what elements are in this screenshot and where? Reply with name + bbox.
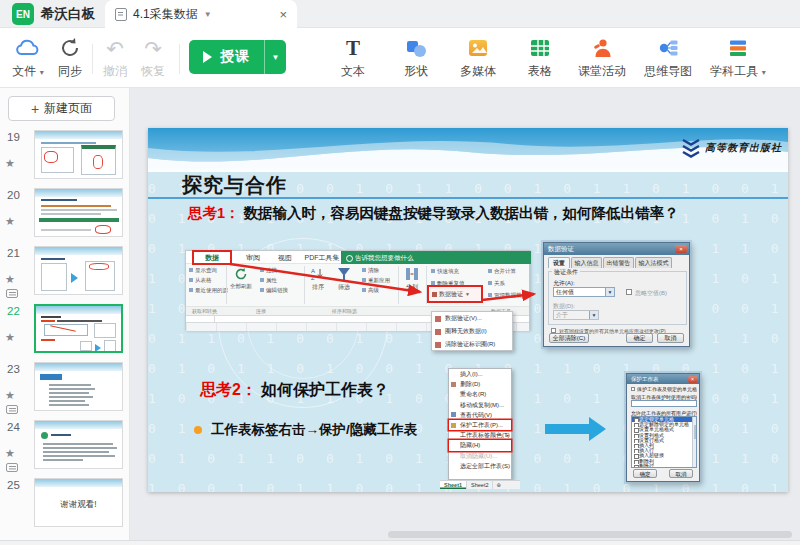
ribbon-tab-row: 数据 审阅 视图 PDF工具集 告诉我您想要做什么 bbox=[186, 251, 529, 264]
ribbon-tab-pdf: PDF工具集 bbox=[300, 252, 344, 263]
teach-button[interactable]: 授课 ▼ bbox=[189, 40, 286, 74]
slide-thumbnail-24[interactable] bbox=[34, 420, 123, 469]
chevron-down-icon: ▼ bbox=[272, 53, 280, 62]
ribbon-tab-data: 数据 bbox=[194, 252, 230, 263]
close-icon[interactable]: × bbox=[279, 8, 287, 21]
ctx-move-copy: 移动或复制(M)... bbox=[449, 400, 511, 410]
protect-check-label: 保护工作表及锁定的单元格内容(C) bbox=[637, 386, 697, 392]
document-tab-title: 4.1采集数据 bbox=[133, 6, 198, 23]
ctx-hide: 隐藏(H) bbox=[449, 440, 511, 450]
star-icon[interactable]: ★ bbox=[5, 447, 15, 460]
thumb-decor bbox=[80, 341, 92, 351]
ribbon-item: 显示查询 bbox=[189, 267, 217, 274]
thumb-decor bbox=[41, 432, 48, 439]
text-tool-label: 文本 bbox=[325, 63, 381, 80]
slide-22-canvas[interactable]: 高等教育出版社 0 1 1 0 1 0 0 1 0 1 1 0 0 1 0 1 … bbox=[148, 128, 788, 492]
plus-icon: + bbox=[31, 101, 39, 117]
page-number: 20 bbox=[7, 189, 20, 201]
note-icon[interactable] bbox=[6, 289, 18, 298]
thumb-decor bbox=[89, 263, 109, 270]
dv-tab-ime: 输入法模式 bbox=[635, 257, 672, 268]
document-icon bbox=[115, 8, 127, 21]
redo-button[interactable]: ↷ 恢复 bbox=[125, 35, 181, 80]
shape-tool-label: 形状 bbox=[388, 63, 444, 80]
thumb-decor bbox=[94, 323, 116, 338]
page-number: 24 bbox=[7, 421, 20, 433]
clear-all-button: 全部清除(C) bbox=[549, 333, 589, 343]
editing-canvas[interactable]: 高等教育出版社 0 1 1 0 1 0 0 1 0 1 1 0 0 1 0 1 … bbox=[130, 88, 800, 541]
thumb-decor bbox=[41, 142, 96, 144]
table-tool-label: 表格 bbox=[512, 63, 568, 80]
ctx-tab-color: 工作表标签颜色(T)▸ bbox=[449, 430, 511, 440]
ribbon-divider bbox=[304, 266, 305, 304]
publisher-logo: 高等教育出版社 bbox=[681, 136, 782, 160]
refresh-icon bbox=[234, 267, 248, 281]
page-row-24: 24 ★ bbox=[0, 420, 130, 478]
thumb-decor bbox=[49, 392, 89, 394]
slide-thumbnail-19[interactable] bbox=[34, 130, 123, 179]
star-icon[interactable]: ★ bbox=[5, 331, 15, 344]
teach-label: 授课 bbox=[220, 48, 250, 66]
page-number: 25 bbox=[7, 479, 20, 491]
chevron-down-icon: ▼ bbox=[465, 291, 470, 297]
slide-thumbnail-25[interactable]: 谢谢观看! bbox=[34, 478, 123, 527]
thumb-decor bbox=[41, 316, 61, 318]
new-page-button[interactable]: + 新建页面 bbox=[8, 96, 115, 121]
note-icon[interactable] bbox=[6, 405, 18, 414]
app-name: 希沃白板 bbox=[41, 5, 95, 23]
chevron-down-icon[interactable]: ▼ bbox=[204, 10, 212, 19]
redo-icon: ↷ bbox=[144, 38, 162, 59]
new-page-label: 新建页面 bbox=[44, 100, 92, 117]
star-icon[interactable]: ★ bbox=[5, 273, 15, 286]
publisher-mark-icon bbox=[681, 136, 701, 160]
subject-tools-button[interactable]: 学科工具 ▾ bbox=[706, 35, 770, 80]
thumb-decor bbox=[41, 199, 77, 201]
mindmap-tool-button[interactable]: 思维导图 bbox=[640, 35, 696, 80]
question-2-text: 如何保护工作表？ bbox=[261, 381, 389, 398]
thumb-decor bbox=[95, 225, 111, 234]
thumb-decor bbox=[41, 205, 111, 207]
pages-sidebar: + 新建页面 19 ★ 20 ★ 21 ★ bbox=[0, 88, 130, 541]
ctx-delete: 删除(D) bbox=[449, 379, 511, 389]
slide-thumbnail-23[interactable] bbox=[34, 362, 123, 411]
teach-dropdown-button[interactable]: ▼ bbox=[264, 40, 286, 74]
slide-thumbnail-20[interactable] bbox=[34, 188, 123, 237]
title-underline bbox=[148, 197, 788, 199]
thumb-decor bbox=[43, 451, 109, 453]
star-icon[interactable]: ★ bbox=[5, 157, 15, 170]
validation-dropdown-menu: 数据验证(V)... 圈释无效数据(I) 清除验证标识圈(R) bbox=[431, 311, 513, 351]
horizontal-scrollbar-thumb[interactable] bbox=[388, 531, 792, 538]
media-tool-button[interactable]: 多媒体 bbox=[450, 35, 506, 80]
thumb-decor bbox=[43, 455, 115, 457]
star-icon[interactable]: ★ bbox=[5, 389, 15, 402]
activity-tool-button[interactable]: 课堂活动 bbox=[574, 35, 630, 80]
sort-label: 排序 bbox=[306, 283, 330, 292]
toolbar-divider bbox=[179, 44, 180, 74]
thumb-decor bbox=[35, 131, 122, 139]
question-2: 思考2：如何保护工作表？ bbox=[200, 380, 389, 401]
table-tool-button[interactable]: 表格 bbox=[512, 35, 568, 80]
teach-button-main[interactable]: 授课 bbox=[189, 40, 264, 74]
allow-select: 任何值▼ bbox=[553, 287, 615, 297]
thumb-decor bbox=[41, 229, 91, 231]
sheet1-tab: Sheet1 bbox=[440, 481, 467, 489]
subject-tools-label: 学科工具 ▾ bbox=[706, 63, 770, 80]
ctx-protect-sheet: 保护工作表(P)... bbox=[449, 420, 511, 430]
thumb-decor bbox=[49, 384, 91, 386]
svg-text:A: A bbox=[311, 268, 315, 274]
note-icon[interactable] bbox=[6, 463, 18, 472]
thumb-decor bbox=[35, 247, 122, 255]
dialog-title: 数据验证 bbox=[544, 243, 689, 255]
document-tab[interactable]: 4.1采集数据 ▼ × bbox=[105, 0, 297, 28]
ok-button: 确定 bbox=[626, 333, 653, 343]
password-input bbox=[631, 400, 697, 407]
code-icon bbox=[451, 412, 456, 417]
slide-thumbnail-22-selected[interactable] bbox=[34, 304, 123, 353]
star-icon[interactable]: ★ bbox=[5, 215, 15, 228]
shape-tool-button[interactable]: 形状 bbox=[388, 35, 444, 80]
mindmap-tool-label: 思维导图 bbox=[640, 63, 696, 80]
slide-thumbnail-21[interactable] bbox=[34, 246, 123, 295]
question-1: 思考1：数据输入时，容易因键盘按键导致录入数据出错，如何降低出错率？ bbox=[188, 204, 679, 223]
text-tool-button[interactable]: T 文本 bbox=[325, 35, 381, 80]
activity-icon bbox=[574, 35, 630, 61]
